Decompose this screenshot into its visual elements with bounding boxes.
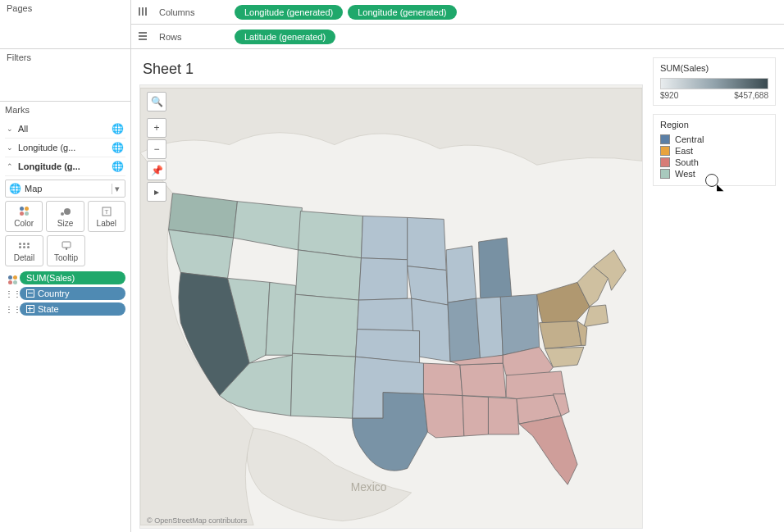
state-oh[interactable]: [500, 294, 539, 355]
size-button[interactable]: Size: [46, 201, 84, 232]
globe-icon: 🌐: [112, 142, 124, 153]
region-legend-item[interactable]: South: [660, 157, 768, 167]
pin-icon: 📌: [151, 165, 163, 176]
state-nd[interactable]: [361, 216, 407, 259]
svg-rect-9: [139, 35, 147, 37]
map-zoom-out-button[interactable]: −: [147, 139, 166, 159]
state-sd[interactable]: [359, 258, 408, 300]
svg-rect-10: [139, 39, 147, 40]
rows-shelf[interactable]: Rows Latitude (generated): [131, 25, 784, 49]
label-button[interactable]: T Label: [88, 201, 125, 232]
plus-icon: +: [153, 122, 159, 134]
state-or[interactable]: [169, 230, 234, 278]
region-swatch: [660, 157, 670, 167]
label-icon: T: [101, 206, 112, 217]
region-label: Central: [675, 134, 704, 144]
state-mn[interactable]: [408, 217, 446, 270]
mark-btn-label: Label: [97, 219, 116, 228]
state-ar[interactable]: [423, 363, 462, 395]
pill-row-country[interactable]: ⋮⋮ Country: [5, 287, 125, 300]
state-wy[interactable]: [296, 250, 362, 300]
detail-icon: [19, 240, 30, 252]
region-legend-item[interactable]: East: [660, 146, 768, 156]
minus-icon: −: [153, 143, 159, 155]
marks-title: Marks: [5, 105, 125, 115]
svg-rect-6: [142, 7, 144, 16]
state-wi[interactable]: [446, 246, 476, 302]
columns-shelf[interactable]: Columns Longitude (generated) Longitude …: [131, 0, 784, 25]
state-ms[interactable]: [463, 396, 489, 436]
chevron-down-icon: ⌄: [7, 125, 15, 133]
marks-row-longitude-1[interactable]: ⌄ Longitude (g... 🌐: [5, 139, 125, 157]
globe-icon: 🌐: [9, 183, 21, 194]
marks-row-label: Longitude (g...: [15, 161, 112, 171]
detail-icon: ⋮⋮: [5, 305, 20, 314]
region-legend-title: Region: [660, 120, 768, 130]
marks-row-longitude-2[interactable]: ⌃ Longitude (g... 🌐: [5, 157, 125, 176]
state-pa[interactable]: [540, 321, 581, 349]
pill-state: State: [20, 302, 125, 316]
state-id[interactable]: [234, 202, 303, 250]
color-button[interactable]: Color: [5, 201, 43, 232]
region-legend-item[interactable]: Central: [660, 134, 768, 144]
mark-btn-label: Color: [14, 219, 34, 228]
detail-icon: ⋮⋮: [5, 289, 20, 298]
svg-rect-8: [139, 32, 147, 34]
region-swatch: [660, 134, 670, 144]
chevron-up-icon: ⌃: [7, 162, 15, 171]
rows-pill-1[interactable]: Latitude (generated): [235, 30, 335, 44]
detail-button[interactable]: Detail: [5, 235, 43, 266]
map-pin-button[interactable]: 📌: [147, 161, 166, 180]
state-al[interactable]: [488, 398, 519, 434]
map-tools-button[interactable]: ▸: [147, 182, 166, 202]
state-la[interactable]: [423, 394, 463, 438]
pill-row-state[interactable]: ⋮⋮ State: [5, 302, 125, 316]
region-label: South: [675, 157, 699, 167]
cursor-arrow-icon: ◣: [717, 182, 723, 193]
rows-label: Rows: [159, 32, 225, 42]
marks-row-all[interactable]: ⌄ All 🌐: [5, 120, 125, 139]
chevron-down-icon: ⌄: [7, 143, 15, 152]
map-zoom-in-button[interactable]: +: [147, 118, 166, 138]
state-ne[interactable]: [358, 298, 413, 330]
region-label: East: [675, 146, 693, 156]
globe-icon: 🌐: [112, 161, 124, 172]
color-legend[interactable]: SUM(Sales) $920 $457,688: [653, 57, 776, 106]
filters-shelf[interactable]: Filters: [0, 49, 130, 102]
state-ut[interactable]: [266, 282, 296, 355]
marks-row-label: All: [15, 124, 112, 134]
state-il[interactable]: [448, 298, 480, 361]
map-search-button[interactable]: 🔍: [147, 92, 166, 111]
dropdown-caret-icon: ▾: [112, 184, 121, 194]
legend-area: SUM(Sales) $920 $457,688 Region CentralE…: [653, 57, 776, 529]
color-icon: [5, 272, 20, 284]
pill-country: Country: [20, 287, 125, 300]
map-view[interactable]: 🔍 + − 📌 ▸ United States Mexico: [139, 84, 643, 529]
mark-btn-label: Detail: [14, 253, 35, 262]
map-toolbar: 🔍 + − 📌 ▸: [147, 92, 166, 202]
chevron-right-icon: ▸: [154, 186, 159, 198]
state-co[interactable]: [293, 294, 359, 357]
color-legend-title: SUM(Sales): [660, 63, 768, 73]
state-nm[interactable]: [291, 353, 356, 418]
gradient-min: $920: [660, 91, 678, 100]
pill-sum-sales: SUM(Sales): [20, 271, 125, 284]
columns-pill-1[interactable]: Longitude (generated): [235, 5, 343, 20]
state-tn[interactable]: [460, 363, 506, 397]
pill-row-sum-sales[interactable]: SUM(Sales): [5, 271, 125, 284]
state-in[interactable]: [476, 297, 504, 359]
size-icon: [59, 206, 71, 217]
state-fl[interactable]: [519, 416, 577, 484]
columns-pill-2[interactable]: Longitude (generated): [348, 5, 456, 20]
svg-rect-5: [139, 7, 140, 16]
pages-title: Pages: [7, 3, 124, 13]
map-svg: United States Mexico: [140, 85, 642, 528]
mark-type-dropdown[interactable]: 🌐 Map ▾: [5, 180, 125, 198]
rows-icon: [138, 31, 149, 43]
tooltip-button[interactable]: Tooltip: [47, 235, 85, 266]
marks-pill-list: SUM(Sales) ⋮⋮ Country ⋮⋮ State: [5, 271, 125, 316]
gradient-bar: [660, 78, 768, 89]
marks-row-label: Longitude (g...: [15, 143, 112, 152]
globe-icon: 🌐: [112, 123, 124, 134]
pages-shelf[interactable]: Pages: [0, 0, 130, 49]
